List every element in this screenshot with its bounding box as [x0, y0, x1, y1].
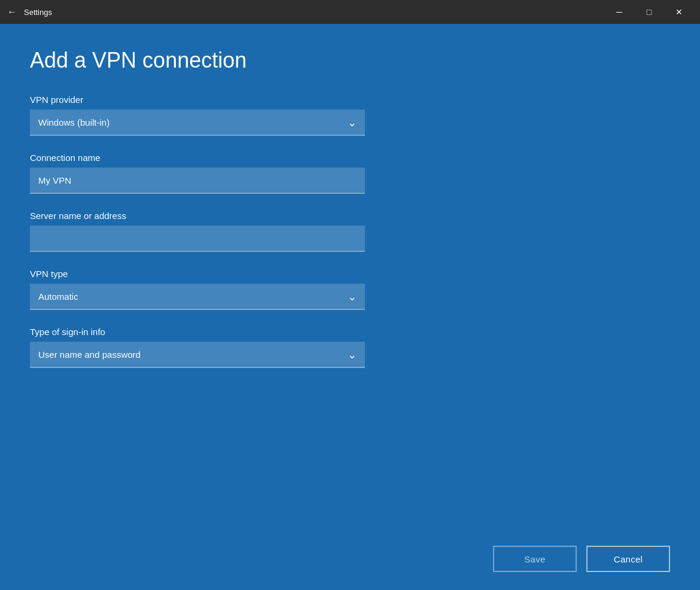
window: ← Settings ─ □ ✕ Add a VPN connection VP…: [0, 0, 700, 590]
sign-in-info-select[interactable]: User name and password: [30, 342, 365, 368]
vpn-type-select-wrapper: Automatic ⌄: [30, 284, 365, 310]
titlebar-title: Settings: [24, 8, 52, 17]
content-area: Add a VPN connection VPN provider Window…: [0, 24, 700, 534]
vpn-provider-group: VPN provider Windows (built-in) ⌄: [30, 95, 670, 136]
vpn-type-group: VPN type Automatic ⌄: [30, 269, 670, 310]
server-name-group: Server name or address: [30, 211, 670, 252]
server-name-input[interactable]: [30, 226, 365, 252]
vpn-type-label: VPN type: [30, 269, 670, 279]
back-button[interactable]: ←: [7, 7, 17, 17]
vpn-provider-select-wrapper: Windows (built-in) ⌄: [30, 110, 365, 136]
minimize-button[interactable]: ─: [605, 2, 633, 22]
footer: Save Cancel: [0, 534, 700, 590]
vpn-type-select[interactable]: Automatic: [30, 284, 365, 310]
sign-in-info-label: Type of sign-in info: [30, 327, 670, 337]
titlebar-left: ← Settings: [7, 7, 52, 17]
connection-name-group: Connection name: [30, 153, 670, 194]
connection-name-input[interactable]: [30, 168, 365, 194]
sign-in-info-select-wrapper: User name and password ⌄: [30, 342, 365, 368]
vpn-provider-select[interactable]: Windows (built-in): [30, 110, 365, 136]
save-button[interactable]: Save: [493, 546, 577, 572]
maximize-button[interactable]: □: [635, 2, 663, 22]
sign-in-info-group: Type of sign-in info User name and passw…: [30, 327, 670, 368]
titlebar-controls: ─ □ ✕: [605, 2, 693, 22]
page-title: Add a VPN connection: [30, 48, 670, 73]
cancel-button[interactable]: Cancel: [586, 546, 670, 572]
server-name-label: Server name or address: [30, 211, 670, 221]
titlebar: ← Settings ─ □ ✕: [0, 0, 700, 24]
close-button[interactable]: ✕: [665, 2, 693, 22]
connection-name-label: Connection name: [30, 153, 670, 163]
vpn-provider-label: VPN provider: [30, 95, 670, 105]
